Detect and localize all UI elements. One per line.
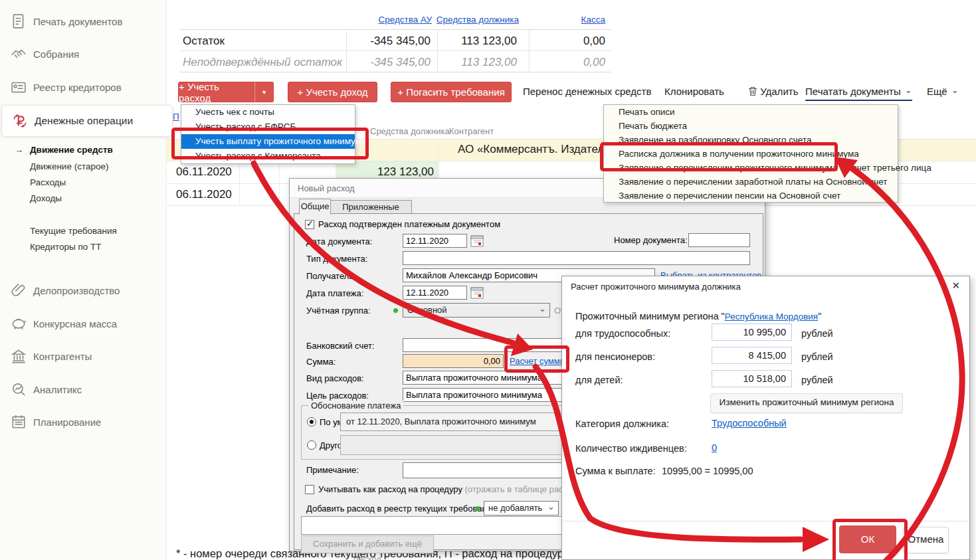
sidebar-subitem-current-claims[interactable]: Текущие требования xyxy=(30,226,117,236)
sidebar-item-money-operations[interactable]: Денежные операции xyxy=(1,105,173,137)
bank-icon xyxy=(11,348,27,364)
print-documents-button[interactable]: Печатать документы xyxy=(805,86,912,101)
menu-item-receipt-from-post[interactable]: Учесть чек с почты xyxy=(181,105,355,120)
delete-button[interactable]: Удалить xyxy=(748,86,798,97)
dependents-link[interactable]: 0 xyxy=(712,442,717,453)
amount-label: Сумма: xyxy=(306,357,336,367)
sidebar-item-meetings[interactable]: Собрания xyxy=(0,43,166,65)
sidebar-item-creditor-registry[interactable]: Реестр кредиторов xyxy=(0,76,166,98)
add-expense-menu: Учесть чек с почты Учесть расход с ЕФРСБ… xyxy=(181,104,355,164)
doc-type-input[interactable] xyxy=(403,251,750,265)
calendar-picker-icon[interactable] xyxy=(470,234,484,247)
justification-other-radio[interactable] xyxy=(307,440,316,450)
calendar-picker-icon[interactable] xyxy=(470,286,484,299)
menu-item-living-wage-payment[interactable]: Учесть выплату прожиточного минимума xyxy=(181,134,355,149)
sidebar-item-counterparties[interactable]: Контрагенты xyxy=(0,345,166,367)
sidebar-item-label: Контрагенты xyxy=(33,351,92,362)
menu-item-living-wage-receipt[interactable]: Расписка должника в получении прожиточно… xyxy=(604,147,898,161)
amount-input[interactable] xyxy=(403,354,504,368)
column-link-debtor-funds[interactable]: Средства должника xyxy=(425,15,519,25)
rubles-unit: рублей xyxy=(801,328,833,339)
menu-item-unblock-main-account[interactable]: Заявление на разблокировку Основного сче… xyxy=(604,133,898,147)
menu-item-print-budget[interactable]: Печать бюджета xyxy=(604,119,898,133)
region-link[interactable]: Республика Мордовия xyxy=(725,312,818,322)
doc-type-label: Тип документа: xyxy=(306,254,367,264)
sidebar-item-print-documents[interactable]: Печать документов xyxy=(0,10,166,33)
pay-date-label: Дата платежа: xyxy=(306,288,363,298)
sidebar-item-bankruptcy-estate[interactable]: Конкурсная масса xyxy=(0,312,166,335)
sidebar-item-paperwork[interactable]: Делопроизводство xyxy=(0,279,166,302)
sidebar-item-label: Планирование xyxy=(33,417,101,428)
app-window: Печать документов Собрания Реестр кредит… xyxy=(0,0,976,560)
add-income-button[interactable]: + Учесть доход xyxy=(288,82,377,102)
grid-row-date[interactable]: 06.11.2020 xyxy=(176,165,232,179)
payment-confirmed-label: Расход подтвержден платежным документом xyxy=(318,219,500,229)
account-group-select[interactable]: Основной xyxy=(403,303,550,318)
balance-row-label: Остаток xyxy=(183,35,225,48)
menu-item-pension-to-main-account[interactable]: Заявление о перечислении пенсии на Основ… xyxy=(604,189,898,203)
sidebar-subitem-expenses[interactable]: Расходы xyxy=(30,177,66,187)
more-button[interactable]: Ещё xyxy=(927,86,959,97)
menu-item-salary-to-main-account[interactable]: Заявление о перечислении заработной плат… xyxy=(604,175,898,189)
sidebar-subitem-tt-creditors[interactable]: Кредиторы по ТТ xyxy=(30,242,102,252)
piggy-bank-icon xyxy=(11,316,27,331)
expense-purpose-label: Цель расходов: xyxy=(306,391,369,401)
sidebar-item-planning[interactable]: Планирование xyxy=(0,411,166,433)
sidebar-item-label: Делопроизводство xyxy=(33,285,120,296)
print-documents-label: Печатать документы xyxy=(805,86,901,97)
transfer-funds-button[interactable]: Перенос денежных средств xyxy=(523,86,651,97)
tab-general[interactable]: Общие xyxy=(299,199,331,215)
able-bodied-input[interactable] xyxy=(712,324,792,341)
procedure-expense-checkbox[interactable] xyxy=(305,485,314,494)
quote-mark: " xyxy=(818,311,821,322)
doc-number-input[interactable] xyxy=(688,233,750,247)
menu-item-expense-from-kommersant[interactable]: Учесть расход с Коммерсанта xyxy=(181,149,355,163)
pensioners-input[interactable] xyxy=(712,347,792,364)
save-and-add-button[interactable]: Сохранить и добавить ещё расход xyxy=(301,535,434,553)
print-documents-menu: Печать описи Печать бюджета Заявление на… xyxy=(603,104,898,203)
balance-debtor: 113 123,00 xyxy=(437,35,517,48)
close-icon[interactable]: ✕ xyxy=(951,280,960,292)
debtor-category-label: Категория должника: xyxy=(575,419,669,429)
expense-kind-label: Вид расходов: xyxy=(306,373,364,383)
children-input[interactable] xyxy=(712,370,792,387)
add-income-label: + Учесть доход xyxy=(298,86,368,98)
required-dot xyxy=(476,506,480,511)
sidebar-item-label: Конкурсная масса xyxy=(33,318,117,329)
menu-item-living-wage-third-party[interactable]: Заявление о перечислении прожиточного ми… xyxy=(604,161,898,175)
sidebar-item-label: Собрания xyxy=(33,48,79,60)
grid-row-date[interactable]: 06.11.2020 xyxy=(176,188,232,201)
add-expense-dropdown-button[interactable]: ▾ xyxy=(254,82,274,102)
dialog-title: Расчет прожиточного минимума должника xyxy=(571,282,741,292)
register-select[interactable]: не добавлять xyxy=(484,501,559,515)
change-region-minimum-button[interactable]: Изменить прожиточный минимум региона xyxy=(710,393,903,413)
region-label: Прожиточный минимум региона xyxy=(575,311,719,322)
clone-button[interactable]: Клонировать xyxy=(664,86,724,97)
debtor-category-link[interactable]: Трудоспособный xyxy=(712,418,787,428)
column-link-cash[interactable]: Касса xyxy=(525,15,605,25)
paperclip-icon xyxy=(11,282,27,298)
repay-claims-button[interactable]: + Погасить требования xyxy=(391,82,512,102)
ruble-operations-icon xyxy=(12,113,28,129)
sidebar-subitem-incomes[interactable]: Доходы xyxy=(30,193,62,203)
grid-header-counterparty: Контрагент xyxy=(449,126,494,136)
payment-confirmed-checkbox[interactable] xyxy=(305,220,314,229)
ok-button[interactable]: ОК xyxy=(839,525,896,553)
sidebar-item-analytics[interactable]: Аналитикс xyxy=(0,378,166,401)
doc-date-input[interactable] xyxy=(403,234,467,248)
column-link-au-funds[interactable]: Средства АУ xyxy=(339,15,432,25)
calc-amount-link[interactable]: Расчет суммы xyxy=(510,356,566,366)
sidebar: Печать документов Собрания Реестр кредит… xyxy=(0,0,167,560)
menu-item-expense-from-efrsb[interactable]: Учесть расход с ЕФРСБ xyxy=(181,120,355,134)
sidebar-subitem-money-flow[interactable]: Движение средств xyxy=(30,145,113,155)
add-expense-button[interactable]: + Учесть расход xyxy=(178,82,254,102)
add-expense-label: + Учесть расход xyxy=(179,81,254,104)
menu-item-print-inventory[interactable]: Печать описи xyxy=(604,105,898,119)
sidebar-item-label: Денежные операции xyxy=(35,115,133,127)
pay-date-input[interactable] xyxy=(403,286,467,300)
cancel-button[interactable]: Отмена xyxy=(903,527,949,553)
justification-default-radio[interactable] xyxy=(307,417,316,426)
payout-total-label: Сумма к выплате: xyxy=(575,466,656,476)
partial-column-link[interactable]: П xyxy=(173,112,179,122)
sidebar-subitem-flow-old[interactable]: Движение (старое) xyxy=(30,161,108,171)
